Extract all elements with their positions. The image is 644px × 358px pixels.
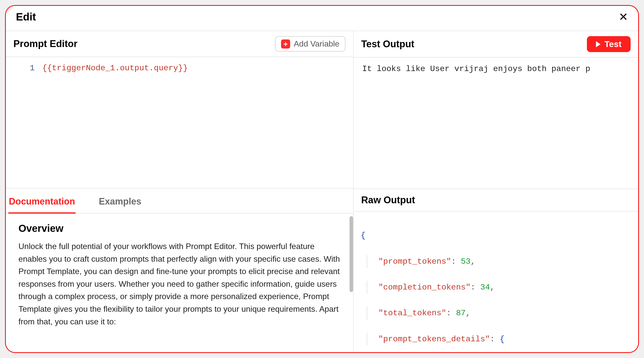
test-output-title: Test Output — [361, 39, 414, 50]
test-output-header: Test Output Test — [354, 31, 638, 58]
total-tokens-value: 87 — [456, 308, 466, 318]
tab-documentation[interactable]: Documentation — [8, 194, 76, 214]
add-variable-button[interactable]: + Add Variable — [275, 36, 346, 52]
plus-icon: + — [281, 39, 290, 49]
add-variable-label: Add Variable — [294, 39, 339, 49]
test-button[interactable]: Test — [587, 36, 631, 52]
json-viewer: { "prompt_tokens": 53, "completion_token… — [361, 216, 631, 352]
prompt-editor-title: Prompt Editor — [13, 38, 77, 49]
edit-modal: Edit ✕ Prompt Editor + Add Variable 1 {{… — [5, 5, 639, 353]
modal-header: Edit ✕ — [6, 6, 638, 31]
close-icon[interactable]: ✕ — [619, 11, 628, 23]
play-icon — [596, 41, 601, 47]
modal-title: Edit — [16, 11, 36, 23]
raw-output-panel[interactable]: { "prompt_tokens": 53, "completion_token… — [354, 212, 638, 352]
prompt-editor-header: Prompt Editor + Add Variable — [6, 31, 353, 57]
code-content: {{triggerNode_1.output.query}} — [42, 62, 347, 183]
line-number: 1 — [12, 62, 42, 183]
doc-body: Unlock the full potential of your workfl… — [18, 240, 340, 328]
test-output-text: It looks like User vrijraj enjoys both p… — [354, 58, 638, 189]
doc-heading: Overview — [18, 223, 340, 234]
docs-tabs: Documentation Examples — [6, 189, 353, 214]
tab-examples[interactable]: Examples — [98, 194, 142, 214]
left-column: Prompt Editor + Add Variable 1 {{trigger… — [6, 31, 354, 352]
raw-output-header: Raw Output — [354, 189, 638, 212]
scrollbar-thumb[interactable] — [350, 216, 353, 292]
documentation-panel[interactable]: Overview Unlock the full potential of yo… — [6, 214, 353, 352]
right-column: Test Output Test It looks like User vrij… — [354, 31, 638, 352]
prompt-tokens-value: 53 — [461, 257, 470, 266]
code-editor[interactable]: 1 {{triggerNode_1.output.query}} — [6, 57, 353, 189]
modal-body: Prompt Editor + Add Variable 1 {{trigger… — [6, 31, 638, 352]
raw-output-title: Raw Output — [361, 195, 631, 206]
completion-tokens-value: 34 — [480, 283, 490, 292]
test-button-label: Test — [605, 39, 622, 49]
